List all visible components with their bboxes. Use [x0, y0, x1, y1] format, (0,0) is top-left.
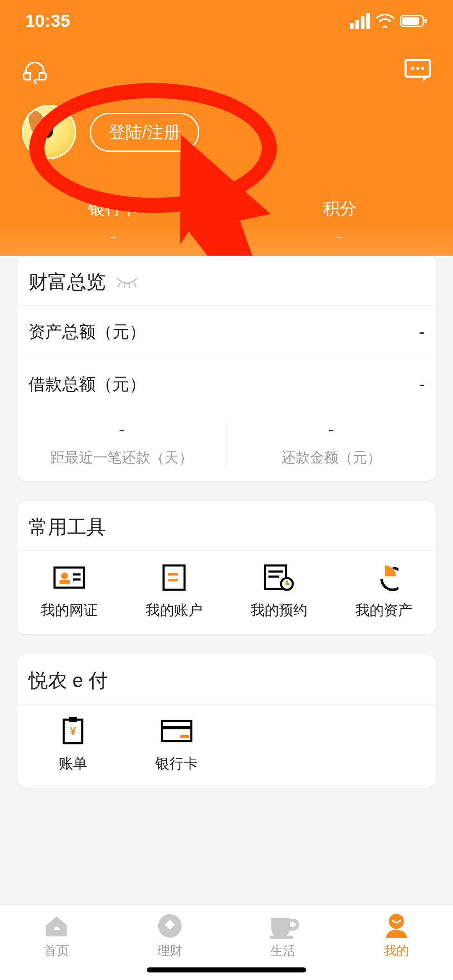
user-icon: [383, 912, 410, 940]
home-indicator[interactable]: [147, 967, 306, 972]
svg-rect-1: [402, 17, 419, 25]
header: 10:35 登陆/注册 银行卡 - 积分 -: [0, 0, 453, 278]
tools-card: 常用工具 我的网证 我的账户: [17, 501, 436, 634]
svg-rect-27: [270, 936, 293, 939]
status-indicators: [350, 13, 428, 29]
pay-bill[interactable]: ¥ 账单: [21, 716, 125, 773]
row-label: 资产总额（元）: [29, 320, 146, 343]
split-value: -: [17, 420, 226, 439]
svg-rect-25: [180, 735, 189, 738]
nav-label: 首页: [44, 942, 69, 959]
svg-rect-17: [268, 570, 283, 573]
pay-bank-card[interactable]: 银行卡: [125, 716, 229, 773]
tool-label: 我的账户: [146, 601, 203, 620]
svg-text:¥: ¥: [70, 725, 76, 737]
eye-closed-icon[interactable]: [116, 276, 138, 288]
calendar-clock-icon: [262, 563, 296, 592]
tool-label: 我的预约: [250, 601, 307, 620]
tool-label: 我的网证: [41, 601, 98, 620]
pay-card: 悦农 e 付 ¥ 账单 银行卡: [17, 654, 436, 788]
bank-card-icon: [160, 716, 193, 746]
svg-point-9: [61, 573, 68, 579]
tool-my-id[interactable]: 我的网证: [17, 563, 122, 620]
nav-home[interactable]: 首页: [0, 912, 113, 980]
battery-icon: [400, 14, 428, 28]
stat-points[interactable]: 积分 -: [226, 197, 453, 245]
wealth-overview-card: 财富总览 资产总额（元） - 借款总额（元） - - 距最近一笔还款（天） - …: [17, 256, 436, 481]
tool-label: 我的资产: [355, 601, 412, 620]
content: 财富总览 资产总额（元） - 借款总额（元） - - 距最近一笔还款（天） - …: [0, 256, 453, 910]
tool-my-account[interactable]: 我的账户: [122, 563, 226, 620]
document-icon: [157, 563, 191, 592]
svg-point-6: [422, 67, 424, 70]
row-value: -: [419, 375, 424, 394]
svg-point-4: [411, 67, 414, 70]
row-value: -: [419, 322, 424, 341]
chat-icon[interactable]: [404, 59, 431, 83]
svg-rect-13: [164, 565, 185, 590]
pay-label: 账单: [59, 754, 87, 773]
svg-rect-14: [168, 573, 178, 576]
login-register-button[interactable]: 登陆/注册: [90, 113, 199, 152]
pay-label: 银行卡: [155, 754, 198, 773]
svg-point-28: [389, 914, 404, 929]
stat-label: 银行卡: [0, 197, 226, 220]
wifi-icon: [376, 14, 394, 28]
nav-label: 生活: [271, 942, 296, 959]
card-title: 常用工具: [29, 514, 106, 540]
stat-value: -: [226, 228, 453, 245]
id-card-icon: [52, 563, 86, 592]
svg-rect-2: [424, 19, 427, 23]
svg-rect-21: [69, 717, 77, 722]
svg-rect-8: [55, 568, 84, 588]
nav-label: 我的: [384, 942, 409, 959]
tool-my-appointment[interactable]: 我的预约: [226, 563, 331, 620]
status-time: 10:35: [25, 11, 70, 31]
svg-point-5: [417, 67, 419, 70]
wealth-repay-amount[interactable]: - 还款金额（元）: [226, 410, 436, 481]
svg-rect-12: [73, 578, 81, 581]
svg-rect-15: [168, 579, 178, 581]
wealth-row-loans[interactable]: 借款总额（元） -: [17, 358, 436, 410]
card-title: 财富总览: [29, 269, 106, 295]
cup-icon: [267, 912, 299, 940]
nav-mine[interactable]: 我的: [340, 912, 453, 980]
bill-icon: ¥: [56, 716, 90, 746]
svg-rect-23: [162, 721, 191, 741]
headset-icon[interactable]: [22, 59, 48, 85]
stat-label: 积分: [226, 197, 453, 220]
avatar[interactable]: [22, 105, 76, 159]
row-label: 借款总额（元）: [29, 373, 146, 396]
split-caption: 距最近一笔还款（天）: [17, 448, 226, 467]
split-caption: 还款金额（元）: [226, 448, 436, 467]
tool-my-assets[interactable]: 我的资产: [331, 563, 436, 620]
wealth-row-assets[interactable]: 资产总额（元） -: [17, 305, 436, 358]
stat-value: -: [0, 228, 226, 245]
split-value: -: [226, 420, 436, 439]
stat-bank-card[interactable]: 银行卡 -: [0, 197, 226, 245]
pie-chart-icon: [367, 563, 401, 592]
nav-label: 理财: [157, 942, 182, 959]
wealth-days-to-repay[interactable]: - 距最近一笔还款（天）: [17, 410, 226, 481]
home-icon: [42, 912, 71, 940]
svg-rect-24: [162, 726, 191, 729]
svg-rect-18: [268, 576, 279, 578]
status-bar: 10:35: [0, 0, 453, 42]
svg-rect-11: [73, 573, 81, 576]
card-title: 悦农 e 付: [29, 668, 108, 694]
svg-rect-10: [60, 580, 70, 584]
signal-icon: [350, 13, 370, 29]
coin-icon: [156, 912, 184, 940]
